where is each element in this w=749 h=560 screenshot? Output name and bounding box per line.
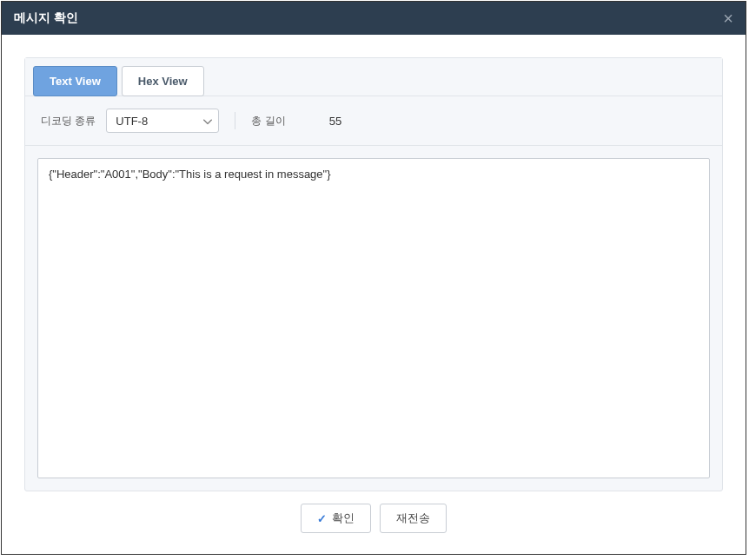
divider xyxy=(235,112,235,129)
decode-select-wrap: UTF-8 xyxy=(106,109,219,133)
message-content[interactable]: {"Header":"A001","Body":"This is a reque… xyxy=(37,158,710,478)
confirm-label: 확인 xyxy=(332,511,355,526)
controls-row: 디코딩 종류 UTF-8 총 길이 55 xyxy=(25,96,722,146)
tab-hex-view[interactable]: Hex View xyxy=(122,66,204,96)
dialog-footer: ✓ 확인 재전송 xyxy=(24,491,723,538)
check-icon: ✓ xyxy=(317,512,327,525)
dialog-title: 메시지 확인 xyxy=(14,10,78,26)
decode-type-label: 디코딩 종류 xyxy=(41,114,96,128)
total-length-label: 총 길이 xyxy=(251,114,285,128)
content-panel: Text View Hex View 디코딩 종류 UTF-8 총 길이 55 … xyxy=(24,57,723,491)
decode-type-value: UTF-8 xyxy=(116,115,148,128)
confirm-button[interactable]: ✓ 확인 xyxy=(301,504,371,533)
tab-text-view[interactable]: Text View xyxy=(33,66,117,96)
dialog-header: 메시지 확인 × xyxy=(2,2,746,35)
tabs-row: Text View Hex View xyxy=(25,58,722,96)
resend-label: 재전송 xyxy=(396,511,430,526)
message-dialog: 메시지 확인 × Text View Hex View 디코딩 종류 UTF-8 xyxy=(1,1,746,555)
total-length-value: 55 xyxy=(296,115,341,128)
close-icon[interactable]: × xyxy=(723,10,733,27)
decode-type-select[interactable]: UTF-8 xyxy=(106,109,219,133)
resend-button[interactable]: 재전송 xyxy=(380,504,447,533)
dialog-body: Text View Hex View 디코딩 종류 UTF-8 총 길이 55 … xyxy=(2,35,746,554)
